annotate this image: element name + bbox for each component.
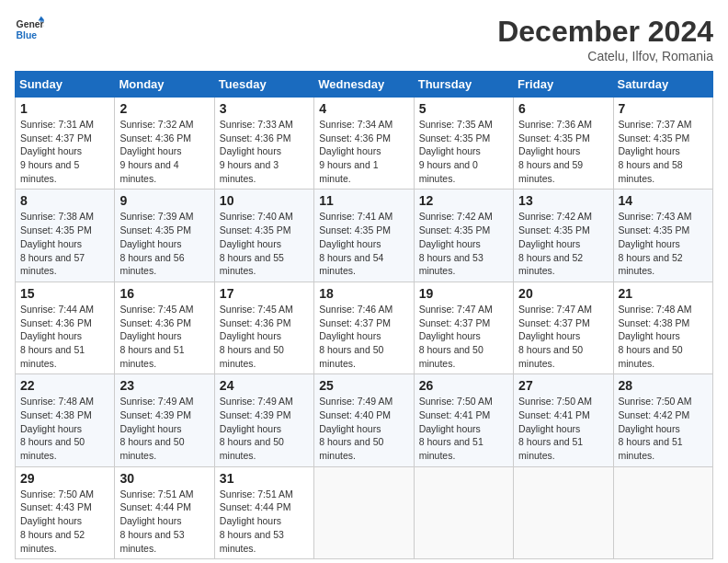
week-row-2: 8 Sunrise: 7:38 AM Sunset: 4:35 PM Dayli… — [16, 190, 713, 282]
day-info: Sunrise: 7:50 AM Sunset: 4:43 PM Dayligh… — [20, 488, 109, 555]
week-row-1: 1 Sunrise: 7:31 AM Sunset: 4:37 PM Dayli… — [16, 98, 713, 190]
day-cell: 31 Sunrise: 7:51 AM Sunset: 4:44 PM Dayl… — [214, 466, 313, 558]
day-number: 3 — [220, 101, 309, 116]
day-cell: 1 Sunrise: 7:31 AM Sunset: 4:37 PM Dayli… — [16, 98, 115, 190]
day-cell: 29 Sunrise: 7:50 AM Sunset: 4:43 PM Dayl… — [16, 466, 115, 558]
day-info: Sunrise: 7:38 AM Sunset: 4:35 PM Dayligh… — [20, 210, 109, 277]
day-cell: 6 Sunrise: 7:36 AM Sunset: 4:35 PM Dayli… — [514, 98, 613, 190]
day-cell: 28 Sunrise: 7:50 AM Sunset: 4:42 PM Dayl… — [613, 374, 712, 466]
day-cell: 20 Sunrise: 7:47 AM Sunset: 4:37 PM Dayl… — [514, 282, 613, 373]
day-info: Sunrise: 7:49 AM Sunset: 4:40 PM Dayligh… — [319, 395, 408, 462]
day-cell — [414, 466, 513, 558]
page-header: General Blue December 2024 Catelu, Ilfov… — [15, 15, 713, 63]
week-row-4: 22 Sunrise: 7:48 AM Sunset: 4:38 PM Dayl… — [16, 374, 713, 466]
svg-text:General: General — [17, 19, 44, 29]
week-row-5: 29 Sunrise: 7:50 AM Sunset: 4:43 PM Dayl… — [16, 466, 713, 558]
day-info: Sunrise: 7:43 AM Sunset: 4:35 PM Dayligh… — [619, 210, 708, 277]
day-info: Sunrise: 7:44 AM Sunset: 4:36 PM Dayligh… — [20, 303, 109, 370]
day-cell: 10 Sunrise: 7:40 AM Sunset: 4:35 PM Dayl… — [214, 190, 313, 282]
day-info: Sunrise: 7:51 AM Sunset: 4:44 PM Dayligh… — [119, 488, 209, 555]
day-cell: 25 Sunrise: 7:49 AM Sunset: 4:40 PM Dayl… — [314, 374, 414, 466]
day-number: 31 — [220, 471, 309, 486]
day-number: 2 — [119, 101, 209, 116]
day-info: Sunrise: 7:49 AM Sunset: 4:39 PM Dayligh… — [119, 395, 209, 462]
day-number: 19 — [419, 286, 508, 301]
svg-text:Blue: Blue — [17, 30, 38, 40]
day-number: 4 — [319, 101, 408, 116]
day-number: 7 — [619, 101, 708, 116]
day-info: Sunrise: 7:36 AM Sunset: 4:35 PM Dayligh… — [518, 118, 608, 185]
day-cell: 18 Sunrise: 7:46 AM Sunset: 4:37 PM Dayl… — [314, 282, 414, 373]
day-number: 24 — [220, 378, 309, 393]
day-cell: 17 Sunrise: 7:45 AM Sunset: 4:36 PM Dayl… — [214, 282, 313, 373]
weekday-header-wednesday: Wednesday — [314, 72, 414, 98]
day-cell: 24 Sunrise: 7:49 AM Sunset: 4:39 PM Dayl… — [214, 374, 313, 466]
day-info: Sunrise: 7:50 AM Sunset: 4:41 PM Dayligh… — [518, 395, 608, 462]
day-cell: 15 Sunrise: 7:44 AM Sunset: 4:36 PM Dayl… — [16, 282, 115, 373]
day-info: Sunrise: 7:51 AM Sunset: 4:44 PM Dayligh… — [220, 488, 309, 555]
day-number: 9 — [119, 193, 209, 208]
day-info: Sunrise: 7:40 AM Sunset: 4:35 PM Dayligh… — [220, 210, 309, 277]
logo: General Blue — [15, 15, 44, 44]
day-cell: 4 Sunrise: 7:34 AM Sunset: 4:36 PM Dayli… — [314, 98, 414, 190]
day-info: Sunrise: 7:41 AM Sunset: 4:35 PM Dayligh… — [319, 210, 408, 277]
day-cell: 14 Sunrise: 7:43 AM Sunset: 4:35 PM Dayl… — [613, 190, 712, 282]
weekday-header-monday: Monday — [115, 72, 214, 98]
day-info: Sunrise: 7:47 AM Sunset: 4:37 PM Dayligh… — [419, 303, 508, 370]
day-info: Sunrise: 7:45 AM Sunset: 4:36 PM Dayligh… — [220, 303, 309, 370]
day-cell: 9 Sunrise: 7:39 AM Sunset: 4:35 PM Dayli… — [115, 190, 214, 282]
logo-icon: General Blue — [15, 15, 44, 44]
day-cell: 12 Sunrise: 7:42 AM Sunset: 4:35 PM Dayl… — [414, 190, 513, 282]
day-info: Sunrise: 7:33 AM Sunset: 4:36 PM Dayligh… — [220, 118, 309, 185]
day-cell: 2 Sunrise: 7:32 AM Sunset: 4:36 PM Dayli… — [115, 98, 214, 190]
day-number: 22 — [20, 378, 109, 393]
day-cell — [514, 466, 613, 558]
day-cell: 21 Sunrise: 7:48 AM Sunset: 4:38 PM Dayl… — [613, 282, 712, 373]
day-cell: 22 Sunrise: 7:48 AM Sunset: 4:38 PM Dayl… — [16, 374, 115, 466]
day-info: Sunrise: 7:39 AM Sunset: 4:35 PM Dayligh… — [119, 210, 209, 277]
title-area: December 2024 Catelu, Ilfov, Romania — [497, 15, 713, 63]
day-cell: 5 Sunrise: 7:35 AM Sunset: 4:35 PM Dayli… — [414, 98, 513, 190]
day-cell: 13 Sunrise: 7:42 AM Sunset: 4:35 PM Dayl… — [514, 190, 613, 282]
weekday-header-tuesday: Tuesday — [214, 72, 313, 98]
day-info: Sunrise: 7:49 AM Sunset: 4:39 PM Dayligh… — [220, 395, 309, 462]
day-number: 14 — [619, 193, 708, 208]
day-number: 29 — [20, 471, 109, 486]
day-number: 21 — [619, 286, 708, 301]
month-title: December 2024 — [497, 15, 713, 49]
day-info: Sunrise: 7:48 AM Sunset: 4:38 PM Dayligh… — [619, 303, 708, 370]
day-cell: 3 Sunrise: 7:33 AM Sunset: 4:36 PM Dayli… — [214, 98, 313, 190]
day-info: Sunrise: 7:42 AM Sunset: 4:35 PM Dayligh… — [419, 210, 508, 277]
day-cell: 16 Sunrise: 7:45 AM Sunset: 4:36 PM Dayl… — [115, 282, 214, 373]
day-number: 16 — [119, 286, 209, 301]
day-number: 8 — [20, 193, 109, 208]
day-cell: 30 Sunrise: 7:51 AM Sunset: 4:44 PM Dayl… — [115, 466, 214, 558]
day-info: Sunrise: 7:31 AM Sunset: 4:37 PM Dayligh… — [20, 118, 109, 185]
day-info: Sunrise: 7:50 AM Sunset: 4:41 PM Dayligh… — [419, 395, 508, 462]
day-info: Sunrise: 7:45 AM Sunset: 4:36 PM Dayligh… — [119, 303, 209, 370]
day-cell — [613, 466, 712, 558]
week-row-3: 15 Sunrise: 7:44 AM Sunset: 4:36 PM Dayl… — [16, 282, 713, 373]
day-info: Sunrise: 7:37 AM Sunset: 4:35 PM Dayligh… — [619, 118, 708, 185]
weekday-header-saturday: Saturday — [613, 72, 712, 98]
day-cell: 23 Sunrise: 7:49 AM Sunset: 4:39 PM Dayl… — [115, 374, 214, 466]
day-number: 10 — [220, 193, 309, 208]
day-number: 20 — [518, 286, 608, 301]
day-info: Sunrise: 7:50 AM Sunset: 4:42 PM Dayligh… — [619, 395, 708, 462]
weekday-header-thursday: Thursday — [414, 72, 513, 98]
day-number: 5 — [419, 101, 508, 116]
day-cell: 7 Sunrise: 7:37 AM Sunset: 4:35 PM Dayli… — [613, 98, 712, 190]
weekday-header-sunday: Sunday — [16, 72, 115, 98]
location: Catelu, Ilfov, Romania — [497, 49, 713, 63]
day-info: Sunrise: 7:32 AM Sunset: 4:36 PM Dayligh… — [119, 118, 209, 185]
day-info: Sunrise: 7:46 AM Sunset: 4:37 PM Dayligh… — [319, 303, 408, 370]
day-number: 25 — [319, 378, 408, 393]
weekday-header-friday: Friday — [514, 72, 613, 98]
day-info: Sunrise: 7:35 AM Sunset: 4:35 PM Dayligh… — [419, 118, 508, 185]
day-number: 11 — [319, 193, 408, 208]
day-number: 17 — [220, 286, 309, 301]
day-number: 23 — [119, 378, 209, 393]
day-number: 6 — [518, 101, 608, 116]
day-cell: 19 Sunrise: 7:47 AM Sunset: 4:37 PM Dayl… — [414, 282, 513, 373]
day-number: 1 — [20, 101, 109, 116]
